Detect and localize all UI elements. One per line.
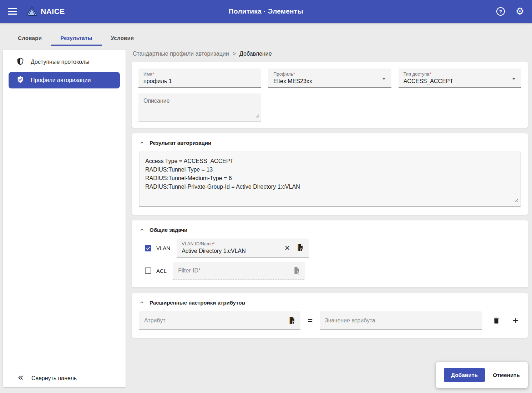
tab-results[interactable]: Результаты [51, 31, 101, 46]
name-field[interactable]: Имя* профиль 1 [138, 68, 261, 88]
vlan-checkbox-label: VLAN [156, 245, 170, 251]
vlan-id-field-label: VLAN ID/Name [182, 241, 213, 246]
help-icon[interactable]: ? [496, 6, 506, 16]
attribute-value-placeholder: Значение атрибута [325, 317, 375, 324]
profile-select[interactable]: Профиль* Eltex MES23xx [268, 68, 391, 88]
app-bar: NAICE Политика · Элементы ? ⚙ [0, 0, 532, 23]
collapse-chevron-up-icon[interactable] [139, 300, 145, 305]
open-dictionary-icon[interactable] [296, 244, 304, 252]
breadcrumb-separator: > [233, 51, 236, 57]
advanced-attributes-card: Расширенные настройки атрибутов Атрибут … [132, 293, 528, 338]
settings-gear-icon[interactable]: ⚙ [515, 6, 525, 16]
attribute-row: Атрибут = Значение атрибута [139, 311, 521, 330]
breadcrumb: Стандартные профили авторизации > Добавл… [133, 51, 528, 57]
attribute-value-field[interactable]: Значение атрибута [320, 311, 482, 330]
description-placeholder: Описание [143, 98, 256, 104]
vlan-task-row: VLAN VLAN ID/Name* Active Directory 1:cV… [145, 239, 521, 257]
menu-icon[interactable] [8, 7, 17, 16]
common-tasks-card: Общие задачи VLAN VLAN ID/Name* Active D… [132, 220, 528, 287]
required-mark: * [152, 72, 154, 77]
chevron-down-icon [512, 78, 516, 80]
collapse-panel-button[interactable]: Свернуть панель [3, 369, 126, 387]
acl-task-row: ACL Filter-ID* [145, 262, 521, 280]
authorization-result-title: Результат авторизации [150, 140, 211, 146]
clear-icon[interactable]: ✕ [282, 244, 293, 252]
profile-select-value: Eltex MES23xx [273, 78, 386, 85]
required-mark: * [213, 241, 215, 246]
acl-checkbox-label: ACL [156, 268, 167, 274]
submit-button[interactable]: Добавить [444, 368, 485, 382]
filter-id-placeholder: Filter-ID* [178, 267, 289, 274]
access-type-select[interactable]: Тип доступа* ACCESS_ACCEPT [399, 68, 521, 88]
attribute-field[interactable]: Атрибут [139, 311, 300, 330]
open-dictionary-icon-disabled [292, 266, 301, 275]
shield-half-icon [16, 57, 24, 67]
advanced-attributes-title: Расширенные настройки атрибутов [150, 300, 245, 306]
resize-handle-icon[interactable] [515, 198, 518, 204]
profile-select-label: Профиль [273, 72, 293, 77]
logo-triangle-icon [26, 6, 37, 16]
collapse-chevron-up-icon[interactable] [139, 140, 145, 146]
add-row-icon[interactable]: + [511, 316, 521, 326]
tab-conditions[interactable]: Условия [102, 31, 143, 46]
required-mark: * [430, 72, 431, 77]
vlan-id-field[interactable]: VLAN ID/Name* Active Directory 1:cVLAN ✕ [177, 239, 309, 257]
double-chevron-left-icon [17, 374, 24, 383]
collapse-chevron-up-icon[interactable] [139, 227, 145, 233]
app-logo: NAICE [26, 6, 65, 16]
sidebar: Доступные протоколы Профили авторизации … [3, 50, 126, 387]
filter-id-field[interactable]: Filter-ID* [173, 262, 305, 280]
sidebar-item-label: Доступные протоколы [31, 59, 89, 65]
access-type-select-value: ACCESS_ACCEPT [404, 78, 516, 85]
profile-form-card: Имя* профиль 1 Профиль* Eltex MES23xx Ти… [132, 62, 528, 128]
resize-handle-icon[interactable] [255, 113, 259, 119]
form-actions-card: Добавить Отменить [436, 362, 528, 388]
authorization-result-card: Результат авторизации [132, 133, 528, 215]
attribute-placeholder: Атрибут [144, 317, 285, 324]
tab-bar: Словари Результаты Условия [0, 23, 532, 46]
sidebar-item-available-protocols[interactable]: Доступные протоколы [3, 53, 126, 71]
page-title: Политика · Элементы [229, 7, 303, 15]
shield-check-icon [16, 76, 24, 85]
delete-row-icon[interactable] [491, 316, 501, 326]
access-type-select-label: Тип доступа [404, 72, 430, 77]
breadcrumb-parent[interactable]: Стандартные профили авторизации [133, 51, 229, 57]
authorization-result-textarea[interactable] [139, 152, 521, 207]
vlan-checkbox[interactable] [145, 245, 151, 251]
cancel-button[interactable]: Отменить [493, 372, 520, 378]
sidebar-item-authorization-profiles[interactable]: Профили авторизации [9, 72, 120, 88]
breadcrumb-current: Добавление [239, 51, 272, 57]
description-textarea[interactable]: Описание [138, 93, 261, 122]
acl-checkbox[interactable] [145, 267, 151, 274]
chevron-down-icon [382, 78, 386, 80]
main-content: Стандартные профили авторизации > Добавл… [132, 50, 528, 343]
name-field-label: Имя [143, 72, 152, 77]
common-tasks-title: Общие задачи [150, 227, 187, 233]
open-dictionary-icon[interactable] [288, 316, 296, 325]
app-name: NAICE [41, 7, 65, 16]
equals-sign: = [308, 316, 313, 326]
required-mark: * [293, 72, 295, 77]
sidebar-item-label: Профили авторизации [31, 77, 91, 83]
vlan-id-field-value: Active Directory 1:cVLAN [182, 248, 282, 254]
svg-text:?: ? [499, 9, 502, 14]
name-field-value: профиль 1 [143, 78, 256, 85]
tab-dictionaries[interactable]: Словари [9, 31, 51, 46]
collapse-panel-label: Свернуть панель [31, 375, 77, 382]
